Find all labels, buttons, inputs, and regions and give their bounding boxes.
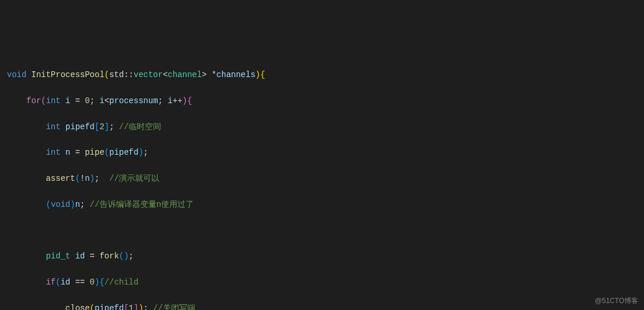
code-line-10: close(pipefd[1]); //关闭写端 [7, 302, 637, 310]
code-line-9: if(id == 0){//child [7, 276, 637, 289]
code-line-5: assert(!n); //演示就可以 [7, 172, 637, 185]
code-line-8: pid_t id = fork(); [7, 250, 637, 262]
code-line-1: void InitProcessPool(std::vector<channel… [7, 68, 637, 81]
code-line-6: (void)n; //告诉编译器变量n使用过了 [7, 198, 637, 211]
code-editor: void InitProcessPool(std::vector<channel… [7, 56, 637, 310]
code-line-2: for(int i = 0; i<processnum; i++){ [7, 94, 637, 107]
code-line-3: int pipefd[2]; //临时空间 [7, 121, 637, 133]
code-line-4: int n = pipe(pipefd); [7, 146, 637, 159]
code-line-7 [7, 224, 637, 237]
watermark: @51CTO博客 [595, 296, 638, 307]
